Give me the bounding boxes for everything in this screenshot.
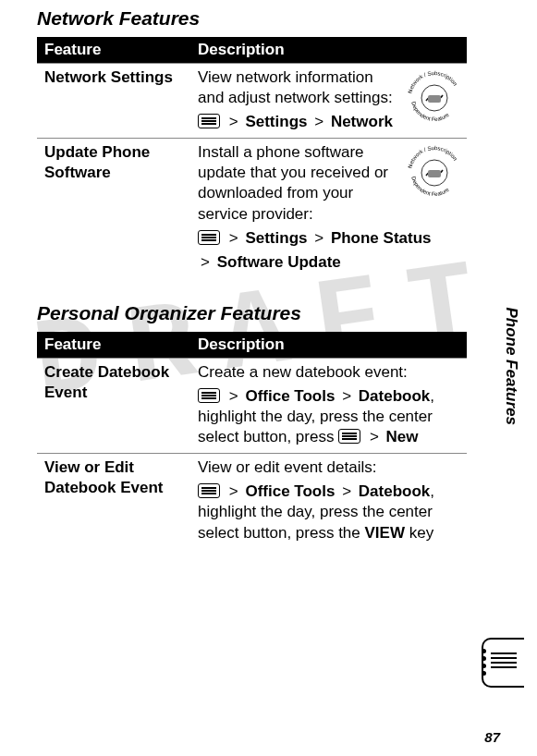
nav-path: > Office Tools > Datebook, highlight the… xyxy=(198,386,459,447)
nav-segment: Office Tools xyxy=(245,387,335,405)
table-row: Network Settings View network informatio… xyxy=(37,64,467,139)
heading-personal-organizer: Personal Organizer Features xyxy=(37,302,444,324)
svg-text:Network / Subscription: Network / Subscription xyxy=(408,70,458,94)
side-tab-phone-features: Phone Features xyxy=(502,307,520,425)
dots-icon xyxy=(482,649,486,678)
network-features-table: Feature Description Network Settings Vie… xyxy=(37,37,467,278)
feature-description: View or edit event details: xyxy=(198,457,459,478)
heading-network-features: Network Features xyxy=(37,7,444,30)
page-number: 87 xyxy=(484,729,500,745)
feature-description-cell: Create a new datebook event: > Office To… xyxy=(190,358,467,453)
nav-segment: VIEW xyxy=(365,524,405,542)
table-row: View or Edit Datebook Event View or edit… xyxy=(37,454,467,549)
dependent-feature-badge: Network / Subscription Dependent Feature xyxy=(404,142,465,203)
nav-segment: Settings xyxy=(245,229,307,247)
svg-text:Network / Subscription: Network / Subscription xyxy=(408,145,458,169)
side-tab-label: Phone Features xyxy=(503,307,520,425)
col-description: Description xyxy=(190,332,467,359)
feature-description: Create a new datebook event: xyxy=(198,362,459,383)
nav-segment: Settings xyxy=(245,113,307,130)
svg-rect-3 xyxy=(428,95,441,103)
feature-description-cell: View network information and adjust netw… xyxy=(190,64,467,139)
nav-segment: Office Tools xyxy=(245,482,335,500)
nav-segment: New xyxy=(386,428,419,445)
lines-icon xyxy=(491,652,517,671)
table-row: Update Phone Software Install a phone so… xyxy=(37,139,467,278)
nav-path-contd: > Software Update xyxy=(198,252,459,273)
nav-segment: Datebook xyxy=(359,482,430,500)
table-row: Create Datebook Event Create a new dateb… xyxy=(37,358,467,453)
col-description: Description xyxy=(190,37,467,64)
menu-key-icon xyxy=(198,230,220,245)
menu-key-icon xyxy=(198,388,220,403)
menu-key-icon xyxy=(338,429,360,444)
side-tab-graphic xyxy=(474,638,522,688)
svg-text:Dependent Feature: Dependent Feature xyxy=(410,101,450,122)
feature-description-cell: View or edit event details: > Office Too… xyxy=(190,454,467,549)
menu-key-icon xyxy=(198,483,220,498)
feature-name: Create Datebook Event xyxy=(37,358,190,453)
instruction-text: key xyxy=(405,524,433,542)
dependent-feature-badge: Network / Subscription Dependent Feature xyxy=(404,67,465,128)
svg-rect-7 xyxy=(428,170,441,177)
feature-name: Network Settings xyxy=(37,64,190,139)
col-feature: Feature xyxy=(37,332,190,359)
menu-key-icon xyxy=(198,114,220,128)
nav-segment: Datebook xyxy=(359,387,430,405)
nav-segment: Phone Status xyxy=(331,229,432,247)
svg-text:Dependent Feature: Dependent Feature xyxy=(410,177,450,198)
nav-path: > Settings > Phone Status xyxy=(198,228,459,249)
feature-description-cell: Install a phone software update that you… xyxy=(190,139,467,278)
nav-segment: Network xyxy=(331,113,393,130)
nav-path: > Office Tools > Datebook, highlight the… xyxy=(198,482,459,543)
feature-name: View or Edit Datebook Event xyxy=(37,454,190,549)
organizer-features-table: Feature Description Create Datebook Even… xyxy=(37,332,467,549)
feature-name: Update Phone Software xyxy=(37,139,190,278)
col-feature: Feature xyxy=(37,37,190,64)
nav-segment: Software Update xyxy=(217,253,341,271)
